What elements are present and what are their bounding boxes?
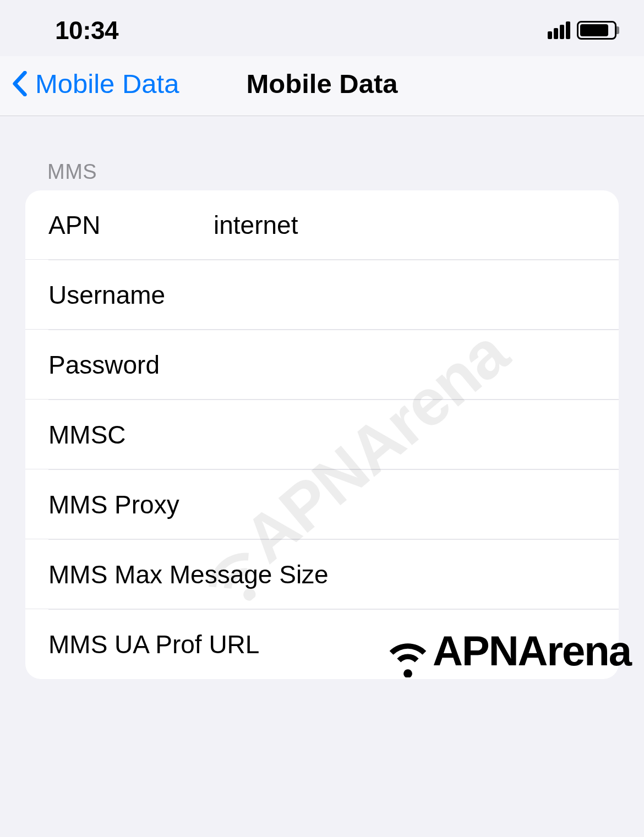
content: MMS APN Username Password MMSC MMS Proxy — [0, 116, 644, 679]
row-mms-proxy[interactable]: MMS Proxy — [25, 470, 619, 539]
row-mmsc[interactable]: MMSC — [25, 400, 619, 469]
label-mms-ua-prof-url: MMS UA Prof URL — [48, 630, 259, 659]
row-apn[interactable]: APN — [25, 190, 619, 260]
back-button[interactable]: Mobile Data — [12, 68, 179, 99]
battery-icon — [577, 21, 616, 40]
signal-icon — [548, 21, 570, 39]
back-label: Mobile Data — [35, 68, 179, 99]
status-time: 10:34 — [55, 15, 118, 45]
nav-bar: Mobile Data Mobile Data — [0, 56, 644, 116]
wifi-icon — [381, 623, 435, 677]
label-password: Password — [48, 350, 214, 380]
chevron-left-icon — [12, 71, 28, 96]
label-mms-max-size: MMS Max Message Size — [48, 560, 329, 589]
status-indicators — [548, 21, 616, 40]
row-mms-max-size[interactable]: MMS Max Message Size — [25, 540, 619, 609]
row-password[interactable]: Password — [25, 330, 619, 400]
status-bar: 10:34 — [0, 0, 644, 56]
input-mms-max-size[interactable] — [329, 560, 619, 589]
row-username[interactable]: Username — [25, 260, 619, 330]
branding-logo: APNArena — [381, 623, 631, 677]
input-apn[interactable] — [214, 210, 619, 240]
label-mmsc: MMSC — [48, 420, 214, 450]
label-mms-proxy: MMS Proxy — [48, 490, 214, 519]
input-mms-proxy[interactable] — [214, 490, 619, 519]
settings-group-mms: APN Username Password MMSC MMS Proxy MMS… — [25, 190, 619, 679]
section-header-mms: MMS — [25, 116, 619, 190]
label-username: Username — [48, 280, 214, 310]
label-apn: APN — [48, 210, 214, 240]
input-password[interactable] — [214, 350, 619, 380]
input-mmsc[interactable] — [214, 420, 619, 450]
input-username[interactable] — [214, 280, 619, 310]
